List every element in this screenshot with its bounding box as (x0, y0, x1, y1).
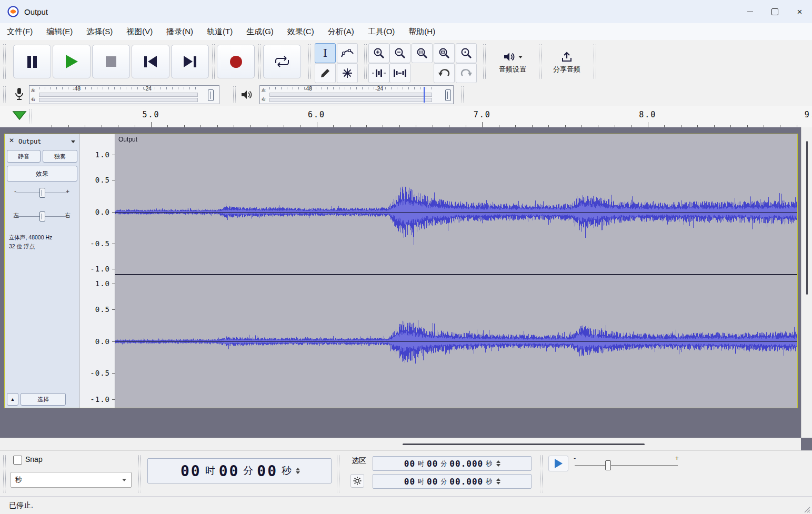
share-audio-button[interactable]: 分享音频 (543, 43, 590, 82)
zoom-in-button[interactable] (368, 43, 389, 63)
sel-start-hours[interactable]: 00 (404, 459, 415, 469)
menu-item[interactable]: 工具(O) (361, 27, 402, 37)
audio-setup-button[interactable]: 音频设置 (489, 43, 536, 82)
time-spinner[interactable] (296, 468, 300, 474)
sel-end-minutes[interactable]: 00 (427, 477, 438, 487)
track-name-dropdown[interactable]: Output (18, 137, 75, 146)
toolbar-grip[interactable] (3, 86, 6, 103)
toolbar-grip[interactable] (258, 44, 261, 79)
zoom-toggle-button[interactable] (456, 43, 477, 63)
menu-item[interactable]: 文件(F) (0, 27, 39, 37)
menu-item[interactable]: 播录(N) (159, 27, 200, 37)
multi-tool-button[interactable] (337, 63, 358, 83)
skip-to-start-button[interactable] (132, 45, 169, 78)
stop-button[interactable] (92, 45, 130, 78)
record-button[interactable] (217, 45, 255, 78)
track-select-button[interactable]: 选择 (21, 393, 66, 406)
fit-selection-button[interactable] (412, 43, 433, 63)
selection-start-time[interactable]: 00 时 00 分 00.000 秒 (373, 456, 532, 471)
toolbar-grip[interactable] (212, 44, 215, 79)
pinned-playhead-button[interactable] (12, 111, 27, 120)
audio-track[interactable]: ✕ Output 静音 独奏 效果 - + 左 右 (4, 134, 798, 408)
selection-end-time[interactable]: 00 时 00 分 00.000 秒 (373, 474, 532, 489)
speed-slider-thumb[interactable] (605, 460, 611, 470)
play-button[interactable] (53, 45, 91, 78)
minimize-button[interactable] (738, 0, 763, 23)
menu-item[interactable]: 帮助(H) (402, 27, 442, 37)
audio-position-time[interactable]: 00 时 00 分 00 秒 (147, 458, 332, 483)
toolbar-grip[interactable] (461, 86, 464, 103)
play-at-speed-button[interactable] (548, 456, 568, 471)
close-button[interactable]: × (787, 0, 812, 23)
horizontal-scrollbar[interactable] (0, 438, 801, 451)
toolbar-grip[interactable] (483, 44, 486, 79)
menu-item[interactable]: 轨道(T) (200, 27, 239, 37)
snap-unit-combobox[interactable]: 秒 (11, 472, 132, 488)
silence-audio-button[interactable] (389, 63, 410, 83)
gain-slider-thumb[interactable] (39, 188, 45, 198)
sel-start-minutes[interactable]: 00 (427, 459, 438, 469)
time-minutes[interactable]: 00 (219, 462, 240, 480)
sel-end-seconds[interactable]: 00.000 (449, 477, 483, 487)
record-meter[interactable]: 左 右 -48 -24 (13, 85, 224, 104)
vertical-scrollbar[interactable] (801, 127, 812, 438)
maximize-button[interactable] (763, 0, 787, 23)
mute-button[interactable]: 静音 (7, 150, 41, 163)
track-close-button[interactable]: ✕ (7, 137, 16, 145)
pan-slider[interactable]: 左 右 (9, 210, 75, 222)
solo-button[interactable]: 独奏 (43, 150, 77, 163)
redo-button[interactable] (456, 63, 477, 83)
skip-to-end-button[interactable] (171, 45, 209, 78)
sel-start-seconds[interactable]: 00.000 (449, 459, 483, 469)
fit-project-button[interactable] (434, 43, 455, 63)
vertical-scale-ruler[interactable]: 1.00.50.0-0.5-1.01.00.50.0-0.5-1.0 (79, 134, 115, 408)
trim-audio-button[interactable] (368, 63, 389, 83)
menu-item[interactable]: 编辑(E) (39, 27, 79, 37)
toolbar-grip[interactable] (540, 455, 543, 492)
zoom-out-button[interactable] (389, 43, 410, 63)
toolbar-grip[interactable] (138, 455, 141, 492)
toolbar-grip[interactable] (3, 44, 6, 79)
vertical-scrollbar-thumb[interactable] (806, 141, 808, 295)
selection-settings-button[interactable] (350, 474, 364, 488)
record-meter-box[interactable]: 左 右 -48 -24 (29, 85, 219, 104)
undo-button[interactable] (434, 63, 455, 83)
effects-button[interactable]: 效果 (7, 166, 77, 182)
horizontal-scrollbar-thumb[interactable] (403, 444, 645, 445)
resize-grip-icon[interactable] (804, 506, 810, 513)
sel-start-spinner[interactable] (496, 460, 500, 467)
loop-button[interactable] (263, 45, 301, 78)
toolbar-grip[interactable] (594, 44, 596, 79)
track-canvas-area[interactable]: ✕ Output 静音 独奏 效果 - + 左 右 (0, 127, 812, 450)
sel-end-hours[interactable]: 00 (404, 477, 415, 487)
time-hours[interactable]: 00 (181, 462, 202, 480)
pause-button[interactable] (13, 45, 51, 78)
toolbar-grip[interactable] (364, 44, 367, 79)
toolbar-grip[interactable] (308, 44, 311, 79)
collapse-track-button[interactable]: ▲ (7, 393, 18, 406)
playback-speed-slider[interactable]: - + (573, 454, 680, 472)
play-meter[interactable]: 左 右 -48 -24 (239, 85, 454, 104)
waveform-channel-right[interactable] (115, 275, 797, 408)
waveform-channel-left[interactable] (115, 134, 797, 274)
pan-slider-thumb[interactable] (39, 211, 45, 221)
snap-checkbox[interactable] (13, 456, 22, 465)
time-ruler-scale[interactable]: 5.06.07.08.09.0 (32, 106, 812, 127)
toolbar-grip[interactable] (233, 86, 236, 103)
play-volume-slider[interactable] (445, 89, 451, 101)
waveform-view[interactable]: Output (115, 134, 797, 408)
gain-slider[interactable]: - + (9, 187, 75, 198)
envelope-tool-button[interactable] (337, 43, 358, 63)
draw-tool-button[interactable] (315, 63, 336, 83)
menu-item[interactable]: 效果(C) (280, 27, 321, 37)
record-volume-slider[interactable] (208, 89, 214, 101)
menu-item[interactable]: 视图(V) (119, 27, 159, 37)
menu-item[interactable]: 分析(A) (321, 27, 361, 37)
selection-tool-button[interactable]: I (315, 43, 336, 63)
toolbar-grip[interactable] (539, 44, 542, 79)
timeline-ruler[interactable]: 5.06.07.08.09.0 (0, 106, 812, 128)
menu-item[interactable]: 生成(G) (239, 27, 280, 37)
menu-item[interactable]: 选择(S) (79, 27, 119, 37)
sel-end-spinner[interactable] (496, 478, 500, 485)
play-meter-box[interactable]: 左 右 -48 -24 (259, 85, 454, 104)
